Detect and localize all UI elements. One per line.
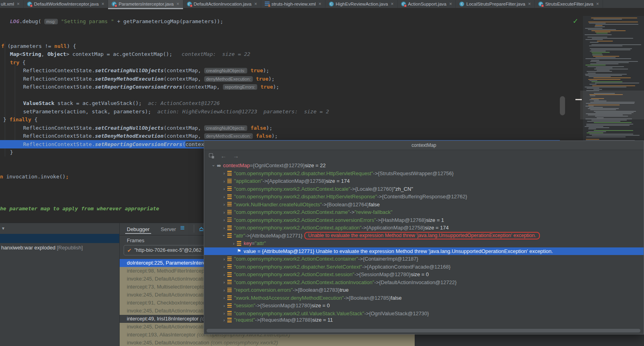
editor-tab[interactable]: CDefaultActionInvocation.java×: [183, 0, 261, 8]
editor-tab[interactable]: CHighEvReviewAction.java×: [325, 0, 398, 8]
minimap-code-bar: [587, 37, 607, 38]
deployed-app-label[interactable]: hanxiweb:war exploded [Republish]: [1, 245, 83, 251]
variable-row[interactable]: ›"report.conversion.errors" -> {Boolean@…: [204, 286, 644, 294]
minimap-code-bar: [594, 122, 632, 123]
minimap-code-bar: [586, 125, 630, 126]
variable-row[interactable]: ›"com.opensymphony.xwork2.ActionContext.…: [204, 255, 644, 263]
popup-horizontal-scrollbar[interactable]: [207, 329, 640, 332]
close-icon[interactable]: ×: [391, 1, 394, 7]
show-referring-objects-icon[interactable]: [209, 153, 214, 158]
editor-tab[interactable]: CStrutsExecuteFilter.java×: [535, 0, 603, 8]
close-icon[interactable]: ×: [528, 1, 531, 7]
stack-frame-row[interactable]: invoke:245, DefaultActionInvocation (com…: [120, 339, 415, 346]
chevron-collapsed-icon[interactable]: ›: [221, 210, 227, 215]
close-icon[interactable]: ×: [101, 1, 104, 7]
variable-row[interactable]: ›"application" -> {ApplicationMap@12758}…: [204, 177, 644, 185]
close-icon[interactable]: ×: [319, 1, 321, 7]
chevron-collapsed-icon[interactable]: ›: [221, 318, 227, 322]
chevron-collapsed-icon[interactable]: ›: [221, 217, 227, 222]
back-arrow-icon[interactable]: ←: [221, 152, 226, 159]
map-entry-icon: [237, 241, 241, 246]
minimap-viewport[interactable]: [580, 91, 644, 119]
variable-row[interactable]: ›"com.opensymphony.xwork2.dispatcher.Htt…: [204, 170, 644, 178]
minimap-code-bar: [592, 55, 603, 55]
minimap-code-bar: [590, 48, 632, 49]
chevron-collapsed-icon[interactable]: ›: [221, 272, 227, 277]
editor-tab[interactable]: ult.xml×: [0, 0, 24, 8]
variable-row[interactable]: ›key = "attr": [204, 239, 644, 247]
forward-arrow-icon[interactable]: →: [233, 152, 239, 159]
variable-inspect-popup: contextMap ← → ›∞contextMap = {OgnlConte…: [204, 140, 644, 334]
editor-tab[interactable]: CActionSupport.java×: [398, 0, 456, 8]
debug-tab-debugger[interactable]: Debugger: [127, 226, 150, 232]
tab-label: StrutsExecuteFilter.java: [545, 2, 593, 6]
chevron-collapsed-icon[interactable]: ›: [221, 295, 227, 300]
variable-row[interactable]: ›"com.opensymphony.xwork2.ActionContext.…: [204, 185, 644, 193]
map-entry-icon: [227, 225, 232, 230]
editor-tab[interactable]: CDefaultWorkflowInterceptor.java×: [24, 0, 108, 8]
minimap-code-bar: [587, 66, 624, 67]
chevron-collapsed-icon[interactable]: ›: [221, 303, 227, 308]
code-line: ReflectionContextState.setCreatingNullOb…: [23, 124, 272, 132]
chevron-collapsed-icon[interactable]: ›: [221, 264, 227, 269]
minimap-code-bar: [585, 28, 603, 29]
variable-row[interactable]: ›"request" -> {RequestMap@12788} size = …: [204, 317, 644, 322]
minimap-code-bar: [595, 57, 616, 58]
close-icon[interactable]: ×: [176, 1, 179, 7]
minimap-code-bar: [595, 26, 605, 27]
server-tree-selected-row[interactable]: [0, 234, 119, 243]
minimap-code-bar: [596, 33, 608, 34]
variable-row[interactable]: ›"com.opensymphony.xwork2.ActionContext.…: [204, 224, 644, 232]
variable-row[interactable]: ›"com.opensymphony.xwork2.ActionContext.…: [204, 216, 644, 224]
chevron-collapsed-icon[interactable]: ›: [221, 179, 227, 184]
variable-row[interactable]: ›"xwork.NullHandler.createNullObjects" -…: [204, 201, 644, 209]
code-line: LOG.debug( msg: "Setting params " + getP…: [10, 18, 223, 26]
minimap-code-bar: [590, 63, 618, 64]
variable-row[interactable]: ›"com.opensymphony.xwork2.dispatcher.Ser…: [204, 263, 644, 271]
minimap-code-bar: [589, 84, 597, 85]
minimap-code-bar: [585, 65, 606, 65]
minimap-code-bar: [591, 120, 627, 121]
code-minimap[interactable]: [583, 16, 644, 152]
close-icon[interactable]: ×: [449, 1, 452, 7]
variable-row[interactable]: ›"xwork.MethodAccessor.denyMethodExecuti…: [204, 294, 644, 302]
minimap-code-bar: [593, 56, 619, 57]
editor-tab[interactable]: CLocalStrutsPrepareFilter.java×: [456, 0, 535, 8]
editor-tab[interactable]: struts-high-review.xml×: [261, 0, 325, 8]
variable-row[interactable]: ›"com.opensymphony.xwork2.ActionContext.…: [204, 208, 644, 216]
minimap-code-bar: [586, 136, 626, 137]
chevron-collapsed-icon[interactable]: ›: [221, 280, 227, 285]
chevron-down-icon[interactable]: ▾: [2, 225, 4, 231]
variable-row[interactable]: ›"attr" -> {AttributeMap@12771}Unable to…: [204, 232, 644, 240]
chevron-collapsed-icon[interactable]: ›: [221, 257, 227, 261]
map-entry-icon: [227, 318, 232, 322]
chevron-collapsed-icon[interactable]: ›: [221, 171, 227, 176]
editor-vertical-scrollbar[interactable]: [560, 96, 565, 115]
variable-row[interactable]: ⚑value = {AttributeMap@12771} Unable to …: [204, 247, 644, 255]
code-line: ReflectionContextState.setDenyMethodExec…: [23, 132, 278, 140]
close-icon[interactable]: ×: [17, 1, 20, 7]
chevron-expanded-icon[interactable]: ›: [221, 233, 227, 238]
variable-row[interactable]: ›"com.opensymphony.xwork2.ActionContext.…: [204, 271, 644, 279]
variable-row[interactable]: ›"session" -> {SessionMap@12780} size = …: [204, 302, 644, 310]
chevron-collapsed-icon[interactable]: ›: [221, 194, 227, 199]
minimap-code-bar: [588, 73, 596, 73]
variable-row[interactable]: ›"com.opensymphony.xwork2.dispatcher.Htt…: [204, 193, 644, 201]
chevron-collapsed-icon[interactable]: ›: [221, 311, 227, 316]
inspections-ok-check-icon[interactable]: ✓: [573, 16, 578, 26]
chevron-collapsed-icon[interactable]: ›: [221, 186, 227, 191]
close-icon[interactable]: ×: [254, 1, 257, 7]
code-line: n invocation.invoke();: [0, 173, 69, 181]
chevron-collapsed-icon[interactable]: ›: [221, 225, 227, 230]
menu-icon[interactable]: ≡: [180, 223, 185, 232]
variable-row[interactable]: ›"com.opensymphony.xwork2.ActionContext.…: [204, 279, 644, 287]
chevron-collapsed-icon[interactable]: ›: [221, 202, 227, 207]
chevron-collapsed-icon[interactable]: ›: [221, 288, 227, 293]
editor-tab[interactable]: CParametersInterceptor.java×: [108, 0, 183, 8]
variable-row[interactable]: ›∞contextMap = {OgnlContext@12729} size …: [204, 162, 644, 170]
variable-row[interactable]: ›"com.opensymphony.xwork2.util.ValueStac…: [204, 310, 644, 318]
chevron-collapsed-icon[interactable]: ›: [230, 241, 237, 246]
close-icon[interactable]: ×: [596, 1, 599, 7]
chevron-expanded-icon[interactable]: ›: [211, 163, 217, 168]
debug-tab-server[interactable]: Server: [161, 226, 176, 232]
